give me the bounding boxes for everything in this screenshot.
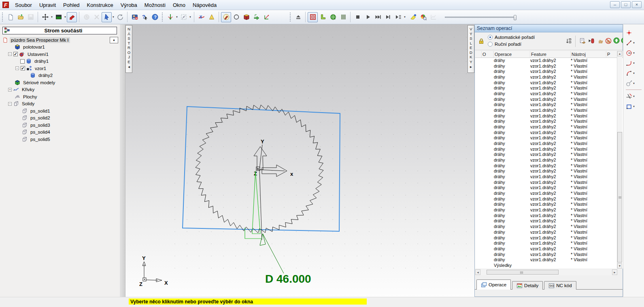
help-icon[interactable]: ? [150, 12, 160, 22]
scroll-left-button[interactable]: ◄ [475, 269, 480, 275]
tangent-line-tool-button[interactable]: ▼ [623, 78, 644, 88]
tree-item[interactable]: dráhy2 [0, 72, 120, 79]
curve-wizard-icon[interactable] [196, 12, 206, 22]
operations-table-header[interactable]: OOperaceFeatureNástrojP [475, 51, 623, 58]
operation-row[interactable]: dráhyvzor1.dráhy2* Vlastní [475, 75, 618, 80]
dropdown-arrow-icon[interactable]: ▼ [633, 72, 635, 75]
operation-row[interactable]: dráhyvzor1.dráhy2* Vlastní [475, 218, 618, 224]
menu-soubor[interactable]: Soubor [11, 0, 36, 10]
close-button[interactable]: × [632, 1, 642, 8]
stop-icon[interactable] [353, 12, 363, 22]
eraser-icon[interactable] [408, 12, 418, 22]
operation-row[interactable]: dráhyvzor1.dráhy2* Vlastní [475, 102, 618, 108]
point-tool-button[interactable] [623, 28, 644, 38]
expand-icon[interactable]: + [8, 88, 12, 92]
sketch-mode-icon[interactable] [221, 12, 231, 22]
snap-modes-icon[interactable] [179, 12, 189, 22]
operation-row[interactable]: dráhyvzor1.dráhy2* Vlastní [475, 80, 618, 86]
line-tool-button[interactable]: ▼ [623, 38, 644, 48]
operation-row[interactable]: dráhyvzor1.dráhy2* Vlastní [475, 191, 618, 196]
operation-row[interactable]: dráhyvzor1.dráhy2* Vlastní [475, 91, 618, 97]
sim-2d-icon[interactable] [308, 12, 318, 22]
tree-checkbox[interactable] [20, 59, 25, 64]
horizontal-scroll-thumb[interactable] [487, 270, 559, 275]
operation-row[interactable]: dráhyvzor1.dráhy2* Vlastní [475, 168, 618, 174]
trim-tool-button[interactable]: ▼ [623, 91, 644, 101]
dropdown-arrow-icon[interactable]: ▼ [64, 16, 67, 18]
manual-order-radio[interactable] [488, 42, 493, 47]
dropdown-arrow-icon[interactable]: ▼ [51, 16, 53, 18]
play-icon[interactable] [363, 12, 373, 22]
operation-row[interactable]: dráhyvzor1.dráhy2* Vlastní [475, 124, 618, 130]
operation-row[interactable]: dráhyvzor1.dráhy2* Vlastní [475, 230, 618, 235]
results-tab-arrow-icon[interactable]: ► [470, 65, 473, 70]
operations-table-body[interactable]: dráhyvzor1.dráhy2* Vlastnídráhyvzor1.drá… [475, 58, 618, 269]
dropdown-arrow-icon[interactable]: ▼ [404, 16, 406, 18]
operation-row[interactable]: dráhyvzor1.dráhy2* Vlastní [475, 69, 618, 75]
tree-item[interactable]: ps_solid4 [0, 129, 120, 136]
fillet-tool-button[interactable]: ▼ [623, 58, 644, 68]
results-flyout-tab[interactable]: VÝSLEDKY► [468, 25, 474, 73]
dropdown-arrow-icon[interactable]: ▼ [189, 16, 192, 18]
open-file-icon[interactable] [15, 12, 26, 22]
vertical-scrollbar[interactable]: ▲▼ [617, 51, 622, 269]
operation-row[interactable]: dráhyvzor1.dráhy2* Vlastní [475, 147, 618, 152]
column-header[interactable]: O [482, 51, 494, 58]
context-help-icon[interactable]: ? [140, 12, 150, 22]
dropdown-arrow-icon[interactable]: ▼ [633, 42, 635, 44]
menu-konstrukce[interactable]: Konstrukce [83, 0, 117, 10]
tree-item[interactable]: −✓Ustavení1 [0, 51, 120, 58]
dropdown-arrow-icon[interactable]: ▼ [633, 82, 635, 85]
circle-tool-button[interactable]: ▼ [623, 48, 644, 58]
operation-row[interactable]: dráhyvzor1.dráhy2* Vlastní [475, 135, 618, 141]
tree-item[interactable]: polotovar1 [0, 44, 120, 51]
menu-nápověda[interactable]: Nápověda [189, 0, 220, 10]
material-library-icon[interactable] [241, 12, 251, 22]
play-to-op-icon[interactable] [393, 12, 403, 22]
scroll-right-button[interactable]: ► [612, 269, 617, 275]
transform-icon[interactable] [261, 12, 272, 22]
tree-checkbox[interactable]: ✓ [21, 66, 25, 70]
operation-row[interactable]: dráhyvzor1.dráhy2* Vlastní [475, 152, 618, 158]
operation-row[interactable]: dráhyvzor1.dráhy2* Vlastní [475, 113, 618, 119]
tools-flyout-tab[interactable]: NÁSTROJE◄ [125, 25, 132, 73]
new-file-icon[interactable] [5, 12, 15, 22]
collapse-icon[interactable]: − [8, 102, 12, 106]
panel-splitter[interactable] [120, 24, 125, 297]
operation-row[interactable]: dráhyvzor1.dráhy2* Vlastní [475, 235, 618, 241]
tree-checkbox[interactable]: ✓ [13, 52, 18, 56]
operation-row[interactable]: dráhyvzor1.dráhy2* Vlastní [475, 241, 618, 246]
operation-row[interactable]: dráhyvzor1.dráhy2* Vlastní [475, 252, 618, 258]
tree-item[interactable]: ps_solid3 [0, 122, 120, 129]
render-quality-icon[interactable] [418, 12, 428, 22]
dropdown-arrow-icon[interactable]: ▼ [633, 95, 635, 98]
operation-row[interactable]: dráhyvzor1.dráhy2* Vlastní [475, 246, 618, 252]
menu-pohled[interactable]: Pohled [60, 0, 83, 10]
slider-thumb[interactable] [514, 15, 516, 20]
tab-detaily[interactable]: Detaily [512, 281, 543, 290]
tree-item[interactable]: dráhy1 [0, 58, 120, 65]
operation-row[interactable]: dráhyvzor1.dráhy2* Vlastní [475, 64, 618, 69]
fast-forward-icon[interactable] [373, 12, 383, 22]
menu-možnosti[interactable]: Možnosti [141, 0, 169, 10]
tab-nc-kód[interactable]: GONC kód [544, 281, 576, 290]
stock-mode-icon[interactable] [67, 12, 77, 22]
import-export-icon[interactable] [251, 12, 261, 22]
operation-row[interactable]: dráhyvzor1.dráhy2* Vlastní [475, 213, 618, 219]
tree-item[interactable]: +Křivky [0, 86, 120, 94]
tree-item[interactable]: púzdro Sea Prospector Mk I▼ [0, 36, 120, 44]
new-operation-icon[interactable] [578, 37, 587, 45]
operation-row[interactable]: dráhyvzor1.dráhy2* Vlastní [475, 180, 618, 185]
menu-upravit[interactable]: Upravit [36, 0, 60, 10]
results-row[interactable]: Výsledky [475, 263, 618, 269]
operation-row[interactable]: dráhyvzor1.dráhy2* Vlastní [475, 130, 618, 136]
vertical-scroll-thumb[interactable] [617, 132, 622, 262]
tree-item[interactable]: Plochy [0, 93, 120, 100]
operation-row[interactable]: dráhyvzor1.dráhy2* Vlastní [475, 108, 618, 113]
operation-row[interactable]: dráhyvzor1.dráhy2* Vlastní [475, 58, 618, 64]
collapse-icon[interactable]: − [8, 52, 12, 56]
operation-row[interactable]: dráhyvzor1.dráhy2* Vlastní [475, 174, 618, 180]
sim-machine-icon[interactable] [338, 12, 348, 22]
tab-operace[interactable]: Operace [476, 279, 511, 290]
arc-tool-button[interactable]: ▼ [623, 68, 644, 78]
